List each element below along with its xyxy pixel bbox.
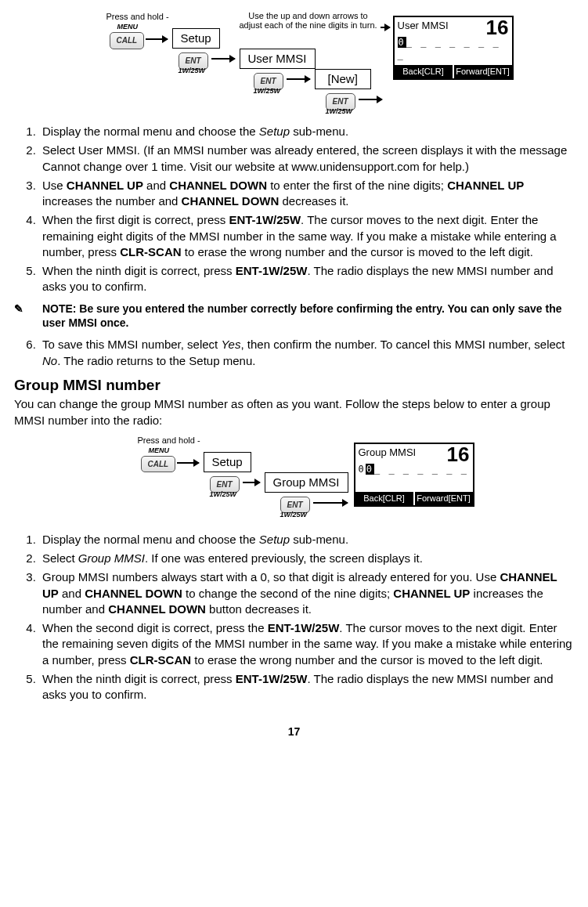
step2-5: When the ninth digit is correct, press E…	[39, 671, 574, 703]
screen-user-mmsi: User MMSI 16 0_ _ _ _ _ _ _ _ Back[CLR] …	[393, 16, 514, 80]
call-button-2: CALL	[141, 455, 176, 473]
ent-sub-4: 1W/25W	[210, 490, 237, 499]
step2-1: Display the normal menu and choose the S…	[39, 532, 574, 547]
steps-group-mmsi: Display the normal menu and choose the S…	[14, 532, 574, 703]
ent-sub-5: 1W/25W	[280, 510, 308, 519]
hint-text: Use the up and down arrows to adjust eac…	[238, 11, 379, 30]
steps-user-mmsi: Display the normal menu and choose the S…	[14, 124, 574, 295]
screen-forward: Forward[ENT]	[453, 65, 512, 78]
page-number: 17	[14, 725, 574, 739]
step2-4: When the second digit is correct, press …	[39, 620, 574, 668]
note-icon: ✎	[28, 302, 39, 316]
step2-3: Group MMSI numbers always start with a 0…	[39, 569, 574, 617]
step-6: To save this MMSI number, select Yes, th…	[39, 337, 574, 369]
screen-entry: 0_ _ _ _ _ _ _ _	[395, 36, 512, 61]
screen-entry-2: 00_ _ _ _ _ _ _	[355, 463, 473, 475]
step-1: Display the normal menu and choose the S…	[39, 124, 574, 139]
group-mmsi-box: Group MMSI	[265, 472, 348, 493]
menu-label: MENU	[117, 22, 139, 31]
setup-box-2: Setup	[204, 452, 251, 472]
screen-group-mmsi: Group MMSI 16 00_ _ _ _ _ _ _ Back[CLR] …	[354, 443, 474, 507]
screen-title-2: Group MMSI	[359, 446, 417, 463]
ent-sub-2: 1W/25W	[254, 86, 281, 96]
diagram-group-mmsi: Press and hold - MENU CALL Setup ENT 1W/…	[14, 435, 574, 521]
steps-user-mmsi-cont: To save this MMSI number, select Yes, th…	[14, 337, 574, 369]
step-2: Select User MMSI. (If an MMSI number was…	[39, 143, 574, 175]
menu-label-2: MENU	[149, 446, 170, 455]
step2-2: Select Group MMSI. If one was entered pr…	[39, 551, 574, 566]
ent-sub-3: 1W/25W	[326, 107, 353, 116]
heading-group-mmsi: Group MMSI number	[14, 375, 574, 396]
step-3: Use CHANNEL UP and CHANNEL DOWN to enter…	[39, 178, 574, 210]
screen-channel: 16	[486, 19, 509, 36]
step-5: When the ninth digit is correct, press E…	[39, 263, 574, 295]
note: ✎ NOTE: Be sure you entered the number c…	[28, 302, 574, 331]
screen-forward-2: Forward[ENT]	[413, 492, 473, 505]
press-hold-label: Press and hold -	[106, 11, 169, 23]
screen-back: Back[CLR]	[395, 65, 453, 78]
screen-back-2: Back[CLR]	[355, 492, 413, 505]
press-hold-label-2: Press and hold -	[138, 435, 200, 446]
screen-channel-2: 16	[447, 446, 470, 463]
user-mmsi-box: User MMSI	[240, 49, 316, 69]
call-button: CALL	[110, 31, 145, 49]
ent-sub-1: 1W/25W	[179, 66, 206, 75]
screen-title: User MMSI	[398, 19, 449, 36]
setup-box: Setup	[172, 28, 220, 49]
intro-group-mmsi: You can change the group MMSI number as …	[14, 396, 574, 428]
new-box: [New]	[315, 69, 371, 89]
step-4: When the first digit is correct, press E…	[39, 212, 574, 260]
diagram-user-mmsi: Press and hold - MENU CALL Setup ENT 1W/…	[14, 11, 574, 113]
